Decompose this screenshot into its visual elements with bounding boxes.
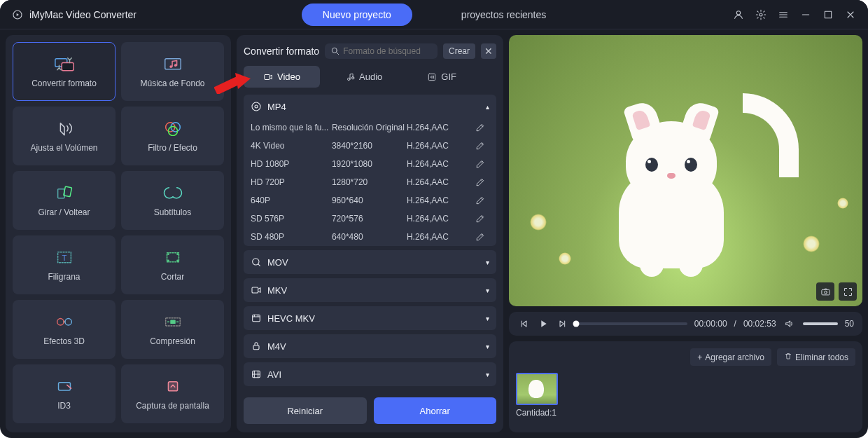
user-icon[interactable]: [732, 8, 745, 21]
format-group-header[interactable]: MKV▾: [244, 278, 496, 302]
format-group-mkv: MKV▾: [244, 278, 496, 302]
clear-all-button[interactable]: Eliminar todos: [777, 348, 855, 366]
sidebar-item-adjust-volume[interactable]: Ajusta el Volúmen: [13, 107, 115, 165]
svg-point-1: [736, 11, 740, 14]
sidebar-item-screenshot[interactable]: Captura de pantalla: [121, 364, 224, 423]
format-panel: Convertir formato Crear ✕ Video: [237, 35, 503, 432]
svg-point-2: [760, 13, 762, 16]
convert-format-icon: [54, 55, 75, 73]
sidebar-item-cut[interactable]: Cortar: [121, 235, 224, 294]
add-file-button[interactable]: +Agregar archivo: [690, 348, 771, 366]
queue-count: Cantidad:1: [516, 408, 558, 418]
format-row[interactable]: 640P960*640H.264,AAC: [244, 191, 496, 210]
close-window-icon[interactable]: [844, 8, 857, 21]
preset-codec: H.264,AAC: [407, 141, 475, 151]
time-current: 00:00:00: [694, 319, 727, 329]
progress-slider[interactable]: [576, 322, 687, 325]
save-button[interactable]: Ahorrar: [374, 397, 497, 424]
tab-video[interactable]: Video: [244, 66, 320, 88]
minimize-icon[interactable]: [799, 8, 812, 21]
preset-resolution: 720*576: [332, 214, 407, 224]
volume-icon[interactable]: [783, 317, 796, 330]
close-panel-icon[interactable]: ✕: [481, 43, 496, 59]
format-row[interactable]: SD 480P640*480H.264,AAC: [244, 228, 496, 246]
svg-rect-6: [164, 59, 181, 69]
sidebar-item-watermark[interactable]: T Filigrana: [13, 235, 115, 294]
svg-rect-13: [63, 186, 71, 197]
maximize-icon[interactable]: [822, 8, 834, 21]
app-name-text: iMyMac Video Converter: [29, 9, 136, 20]
titlebar: iMyMac Video Converter Nuevo proyecto pr…: [0, 0, 868, 29]
svg-rect-27: [168, 381, 177, 390]
chevron-up-icon: ▴: [486, 103, 489, 111]
format-group-header[interactable]: MOV▾: [244, 250, 496, 274]
prev-icon[interactable]: [517, 317, 530, 330]
tab-gif[interactable]: GIF: [407, 66, 476, 88]
sidebar-item-compression[interactable]: Compresión: [121, 300, 224, 359]
next-icon[interactable]: [556, 317, 569, 330]
format-row[interactable]: Lo mismo que la fu...Resolución Original…: [244, 118, 496, 137]
preset-codec: H.264,AAC: [407, 123, 475, 132]
playbar: 00:00:00 / 00:02:53 50: [509, 312, 862, 336]
sidebar-item-background-music[interactable]: Música de Fondo: [121, 42, 224, 101]
preset-codec: H.264,AAC: [407, 196, 475, 205]
sidebar-item-3d-effects[interactable]: Efectos 3D: [13, 300, 115, 359]
id3-icon: [54, 377, 75, 395]
chevron-down-icon: ▾: [486, 343, 489, 350]
format-row[interactable]: HD 720P1280*720H.264,AAC: [244, 173, 496, 191]
sidebar-item-subtitles[interactable]: Subtítulos: [121, 171, 224, 230]
video-preview[interactable]: [509, 35, 862, 306]
svg-point-22: [64, 318, 71, 324]
create-button[interactable]: Crear: [443, 43, 475, 59]
menu-icon[interactable]: [777, 8, 790, 21]
reset-button[interactable]: Reiniciar: [244, 397, 367, 424]
sidebar-item-rotate-flip[interactable]: Girar / Voltear: [13, 171, 115, 230]
edit-preset-icon[interactable]: [475, 123, 485, 132]
edit-preset-icon[interactable]: [475, 159, 485, 169]
svg-point-30: [348, 78, 351, 81]
format-search[interactable]: [325, 43, 438, 59]
app-window: iMyMac Video Converter Nuevo proyecto pr…: [0, 0, 868, 438]
screenshot-icon: [162, 377, 183, 395]
edit-preset-icon[interactable]: [475, 232, 485, 242]
format-row[interactable]: 4K Video3840*2160H.264,AAC: [244, 137, 496, 155]
snapshot-icon[interactable]: [816, 282, 834, 301]
format-group-header[interactable]: HEVC MKV▾: [244, 306, 496, 330]
format-group-header[interactable]: M4V▾: [244, 334, 496, 358]
volume-slider[interactable]: [803, 322, 838, 325]
main: Convertir formato Música de Fondo Ajusta…: [0, 29, 868, 438]
sidebar-item-label: Compresión: [150, 336, 195, 346]
queue-thumbnail[interactable]: [516, 373, 558, 405]
sidebar-item-label: Captura de pantalla: [136, 401, 209, 411]
fullscreen-icon[interactable]: [839, 282, 857, 301]
new-project-button[interactable]: Nuevo proyecto: [302, 4, 412, 26]
format-search-input[interactable]: [343, 46, 432, 56]
sidebar-item-id3[interactable]: ID3: [13, 364, 115, 423]
preset-name: SD 576P: [251, 214, 332, 224]
sidebar-item-convert-format[interactable]: Convertir formato: [13, 42, 115, 101]
format-group-header[interactable]: MP4 ▴: [244, 95, 496, 118]
sidebar-item-filter-effect[interactable]: Filtro / Efecto: [121, 107, 224, 165]
edit-preset-icon[interactable]: [475, 196, 485, 205]
svg-point-17: [167, 253, 169, 255]
gear-icon[interactable]: [755, 8, 767, 21]
format-row[interactable]: HD 1080P1920*1080H.264,AAC: [244, 155, 496, 173]
play-icon[interactable]: [537, 317, 550, 330]
svg-point-33: [252, 102, 260, 111]
format-group-header[interactable]: AVI▾: [244, 362, 496, 386]
format-group-name: MP4: [267, 102, 286, 112]
format-row[interactable]: SD 576P720*576H.264,AAC: [244, 210, 496, 228]
svg-rect-5: [62, 62, 74, 70]
app-name: iMyMac Video Converter: [11, 8, 136, 21]
edit-preset-icon[interactable]: [475, 141, 485, 151]
sidebar-item-label: Filigrana: [48, 272, 80, 282]
recent-projects-button[interactable]: proyectos recientes: [440, 4, 567, 26]
music-icon: [162, 55, 183, 73]
tab-audio[interactable]: Audio: [326, 66, 402, 88]
svg-point-28: [332, 48, 337, 53]
svg-rect-40: [821, 289, 829, 295]
svg-point-18: [176, 253, 178, 255]
svg-point-26: [70, 388, 71, 389]
edit-preset-icon[interactable]: [475, 214, 485, 224]
edit-preset-icon[interactable]: [475, 177, 485, 187]
